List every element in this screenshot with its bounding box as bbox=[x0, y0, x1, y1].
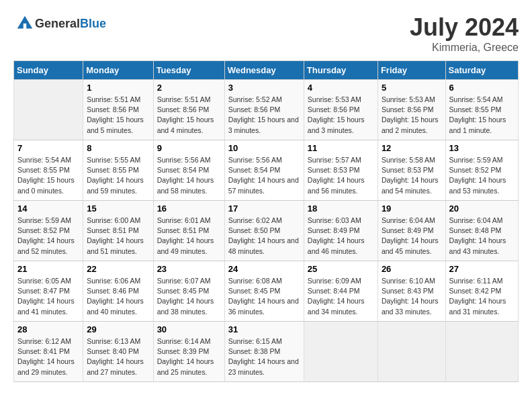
day-number: 28 bbox=[17, 324, 79, 334]
day-cell: 26Sunrise: 6:10 AMSunset: 8:43 PMDayligh… bbox=[378, 261, 445, 322]
day-info: Sunrise: 5:53 AMSunset: 8:56 PMDaylight:… bbox=[382, 95, 442, 136]
day-info: Sunrise: 6:08 AMSunset: 8:45 PMDaylight:… bbox=[228, 276, 300, 317]
day-cell: 27Sunrise: 6:11 AMSunset: 8:42 PMDayligh… bbox=[445, 261, 518, 322]
day-info: Sunrise: 6:00 AMSunset: 8:51 PMDaylight:… bbox=[87, 216, 149, 257]
day-cell: 22Sunrise: 6:06 AMSunset: 8:46 PMDayligh… bbox=[83, 261, 153, 322]
day-number: 7 bbox=[17, 143, 79, 153]
day-info: Sunrise: 6:12 AMSunset: 8:41 PMDaylight:… bbox=[17, 336, 79, 377]
day-info: Sunrise: 6:14 AMSunset: 8:39 PMDaylight:… bbox=[157, 336, 221, 377]
day-info: Sunrise: 5:57 AMSunset: 8:53 PMDaylight:… bbox=[308, 155, 374, 196]
day-info: Sunrise: 5:56 AMSunset: 8:54 PMDaylight:… bbox=[157, 155, 221, 196]
day-cell: 25Sunrise: 6:09 AMSunset: 8:44 PMDayligh… bbox=[304, 261, 378, 322]
day-number: 5 bbox=[382, 83, 442, 93]
logo-blue: Blue bbox=[80, 17, 106, 30]
page-header: GeneralBlue July 2024 Kimmeria, Greece bbox=[13, 13, 519, 54]
day-cell: 20Sunrise: 6:04 AMSunset: 8:48 PMDayligh… bbox=[445, 201, 518, 261]
day-number: 12 bbox=[382, 143, 442, 153]
day-cell bbox=[445, 322, 518, 382]
day-info: Sunrise: 6:15 AMSunset: 8:38 PMDaylight:… bbox=[228, 336, 300, 377]
day-info: Sunrise: 5:52 AMSunset: 8:56 PMDaylight:… bbox=[228, 95, 300, 136]
day-cell: 3Sunrise: 5:52 AMSunset: 8:56 PMDaylight… bbox=[224, 80, 304, 140]
calendar-body: 1Sunrise: 5:51 AMSunset: 8:56 PMDaylight… bbox=[14, 80, 519, 382]
day-info: Sunrise: 5:59 AMSunset: 8:52 PMDaylight:… bbox=[17, 216, 79, 257]
day-cell: 1Sunrise: 5:51 AMSunset: 8:56 PMDaylight… bbox=[83, 80, 153, 140]
day-info: Sunrise: 5:54 AMSunset: 8:55 PMDaylight:… bbox=[449, 95, 515, 136]
day-info: Sunrise: 5:55 AMSunset: 8:55 PMDaylight:… bbox=[87, 155, 149, 196]
day-info: Sunrise: 6:13 AMSunset: 8:40 PMDaylight:… bbox=[87, 336, 149, 377]
day-cell: 30Sunrise: 6:14 AMSunset: 8:39 PMDayligh… bbox=[153, 322, 224, 382]
day-number: 17 bbox=[228, 203, 300, 214]
day-info: Sunrise: 5:51 AMSunset: 8:56 PMDaylight:… bbox=[157, 95, 221, 136]
day-number: 10 bbox=[228, 143, 300, 153]
day-cell: 9Sunrise: 5:56 AMSunset: 8:54 PMDaylight… bbox=[153, 140, 224, 201]
day-cell: 19Sunrise: 6:04 AMSunset: 8:49 PMDayligh… bbox=[378, 201, 445, 261]
col-friday: Friday bbox=[378, 61, 445, 80]
day-info: Sunrise: 6:03 AMSunset: 8:49 PMDaylight:… bbox=[308, 216, 374, 257]
calendar-table: Sunday Monday Tuesday Wednesday Thursday… bbox=[13, 60, 519, 382]
day-cell: 15Sunrise: 6:00 AMSunset: 8:51 PMDayligh… bbox=[83, 201, 153, 261]
day-info: Sunrise: 5:53 AMSunset: 8:56 PMDaylight:… bbox=[308, 95, 374, 136]
calendar-title: July 2024 bbox=[410, 13, 519, 42]
day-cell: 17Sunrise: 6:02 AMSunset: 8:50 PMDayligh… bbox=[224, 201, 304, 261]
day-number: 31 bbox=[228, 324, 300, 334]
day-info: Sunrise: 6:09 AMSunset: 8:44 PMDaylight:… bbox=[308, 276, 374, 317]
day-cell: 16Sunrise: 6:01 AMSunset: 8:51 PMDayligh… bbox=[153, 201, 224, 261]
col-sunday: Sunday bbox=[14, 61, 83, 80]
day-cell: 8Sunrise: 5:55 AMSunset: 8:55 PMDaylight… bbox=[83, 140, 153, 201]
day-cell: 13Sunrise: 5:59 AMSunset: 8:52 PMDayligh… bbox=[445, 140, 518, 201]
day-number: 15 bbox=[87, 203, 149, 214]
logo: GeneralBlue bbox=[13, 13, 106, 34]
day-number: 1 bbox=[87, 83, 149, 93]
week-row-3: 14Sunrise: 5:59 AMSunset: 8:52 PMDayligh… bbox=[14, 201, 519, 261]
day-cell: 2Sunrise: 5:51 AMSunset: 8:56 PMDaylight… bbox=[153, 80, 224, 140]
day-cell: 4Sunrise: 5:53 AMSunset: 8:56 PMDaylight… bbox=[304, 80, 378, 140]
day-number: 14 bbox=[17, 203, 79, 214]
day-number: 20 bbox=[449, 203, 515, 214]
day-info: Sunrise: 5:56 AMSunset: 8:54 PMDaylight:… bbox=[228, 155, 300, 196]
logo-general: General bbox=[35, 17, 80, 30]
day-cell: 21Sunrise: 6:05 AMSunset: 8:47 PMDayligh… bbox=[14, 261, 83, 322]
day-cell: 10Sunrise: 5:56 AMSunset: 8:54 PMDayligh… bbox=[224, 140, 304, 201]
day-number: 22 bbox=[87, 264, 149, 274]
title-block: July 2024 Kimmeria, Greece bbox=[410, 13, 519, 54]
col-wednesday: Wednesday bbox=[224, 61, 304, 80]
day-cell: 5Sunrise: 5:53 AMSunset: 8:56 PMDaylight… bbox=[378, 80, 445, 140]
day-info: Sunrise: 6:10 AMSunset: 8:43 PMDaylight:… bbox=[382, 276, 442, 317]
day-cell: 11Sunrise: 5:57 AMSunset: 8:53 PMDayligh… bbox=[304, 140, 378, 201]
day-info: Sunrise: 6:07 AMSunset: 8:45 PMDaylight:… bbox=[157, 276, 221, 317]
days-of-week-row: Sunday Monday Tuesday Wednesday Thursday… bbox=[14, 61, 519, 80]
day-info: Sunrise: 6:04 AMSunset: 8:48 PMDaylight:… bbox=[449, 216, 515, 257]
day-info: Sunrise: 6:06 AMSunset: 8:46 PMDaylight:… bbox=[87, 276, 149, 317]
col-tuesday: Tuesday bbox=[153, 61, 224, 80]
day-number: 18 bbox=[308, 203, 374, 214]
day-cell: 31Sunrise: 6:15 AMSunset: 8:38 PMDayligh… bbox=[224, 322, 304, 382]
day-cell bbox=[14, 80, 83, 140]
day-cell: 24Sunrise: 6:08 AMSunset: 8:45 PMDayligh… bbox=[224, 261, 304, 322]
calendar-location: Kimmeria, Greece bbox=[410, 42, 519, 54]
day-info: Sunrise: 6:11 AMSunset: 8:42 PMDaylight:… bbox=[449, 276, 515, 317]
day-cell: 7Sunrise: 5:54 AMSunset: 8:55 PMDaylight… bbox=[14, 140, 83, 201]
day-number: 3 bbox=[228, 83, 300, 93]
day-info: Sunrise: 6:04 AMSunset: 8:49 PMDaylight:… bbox=[382, 216, 442, 257]
col-saturday: Saturday bbox=[445, 61, 518, 80]
day-number: 2 bbox=[157, 83, 221, 93]
day-info: Sunrise: 6:01 AMSunset: 8:51 PMDaylight:… bbox=[157, 216, 221, 257]
day-cell: 12Sunrise: 5:58 AMSunset: 8:53 PMDayligh… bbox=[378, 140, 445, 201]
day-number: 27 bbox=[449, 264, 515, 274]
day-number: 19 bbox=[382, 203, 442, 214]
week-row-4: 21Sunrise: 6:05 AMSunset: 8:47 PMDayligh… bbox=[14, 261, 519, 322]
day-number: 29 bbox=[87, 324, 149, 334]
day-number: 13 bbox=[449, 143, 515, 153]
day-number: 9 bbox=[157, 143, 221, 153]
day-number: 6 bbox=[449, 83, 515, 93]
col-thursday: Thursday bbox=[304, 61, 378, 80]
day-cell: 23Sunrise: 6:07 AMSunset: 8:45 PMDayligh… bbox=[153, 261, 224, 322]
calendar-header: Sunday Monday Tuesday Wednesday Thursday… bbox=[14, 61, 519, 80]
week-row-1: 1Sunrise: 5:51 AMSunset: 8:56 PMDaylight… bbox=[14, 80, 519, 140]
day-info: Sunrise: 6:05 AMSunset: 8:47 PMDaylight:… bbox=[17, 276, 79, 317]
day-cell: 6Sunrise: 5:54 AMSunset: 8:55 PMDaylight… bbox=[445, 80, 518, 140]
logo-icon bbox=[15, 13, 35, 34]
day-number: 11 bbox=[308, 143, 374, 153]
day-number: 16 bbox=[157, 203, 221, 214]
col-monday: Monday bbox=[83, 61, 153, 80]
